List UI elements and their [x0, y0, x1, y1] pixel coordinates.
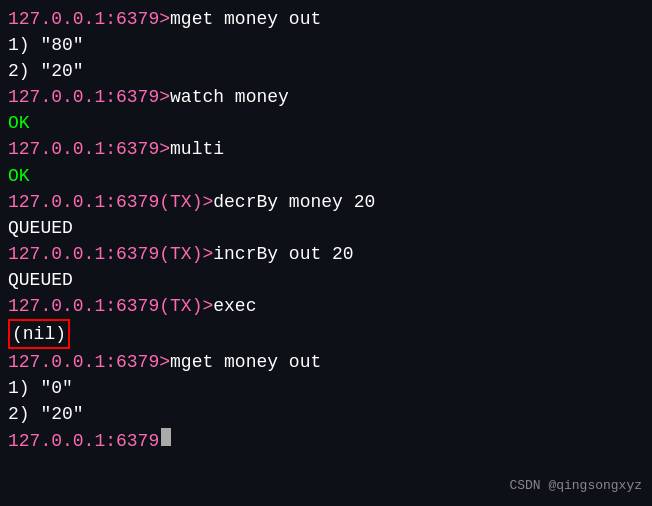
terminal-window: 127.0.0.1:6379> mget money out 1) "80" 2…: [0, 0, 652, 506]
prompt-7: 127.0.0.1:6379>: [8, 349, 170, 375]
prompt-2: 127.0.0.1:6379>: [8, 84, 170, 110]
line-10: 127.0.0.1:6379(TX)> incrBy out 20: [8, 241, 644, 267]
output-4: QUEUED: [8, 267, 73, 293]
prompt-4: 127.0.0.1:6379(TX)>: [8, 189, 213, 215]
output-2: 2) "20": [8, 58, 84, 84]
line-12: 127.0.0.1:6379(TX)> exec: [8, 293, 644, 319]
line-6: 127.0.0.1:6379> multi: [8, 136, 644, 162]
line-11: QUEUED: [8, 267, 644, 293]
ok-2: OK: [8, 163, 30, 189]
command-1: mget money out: [170, 6, 321, 32]
line-5: OK: [8, 110, 644, 136]
line-1: 127.0.0.1:6379> mget money out: [8, 6, 644, 32]
line-8: 127.0.0.1:6379(TX)> decrBy money 20: [8, 189, 644, 215]
command-7: mget money out: [170, 349, 321, 375]
prompt-1: 127.0.0.1:6379>: [8, 6, 170, 32]
command-4: decrBy money 20: [213, 189, 375, 215]
line-15: 1) "0": [8, 375, 644, 401]
output-6: 2) "20": [8, 401, 84, 427]
line-16: 2) "20": [8, 401, 644, 427]
line-4: 127.0.0.1:6379> watch money: [8, 84, 644, 110]
command-6: exec: [213, 293, 256, 319]
line-14: 127.0.0.1:6379> mget money out: [8, 349, 644, 375]
line-13: (nil): [8, 319, 644, 349]
output-1: 1) "80": [8, 32, 84, 58]
prompt-8: 127.0.0.1:6379: [8, 428, 159, 454]
prompt-5: 127.0.0.1:6379(TX)>: [8, 241, 213, 267]
prompt-6: 127.0.0.1:6379(TX)>: [8, 293, 213, 319]
nil-output: (nil): [8, 319, 70, 349]
line-3: 2) "20": [8, 58, 644, 84]
command-3: multi: [170, 136, 224, 162]
line-7: OK: [8, 163, 644, 189]
output-3: QUEUED: [8, 215, 73, 241]
line-2: 1) "80": [8, 32, 644, 58]
prompt-3: 127.0.0.1:6379>: [8, 136, 170, 162]
cursor: [161, 428, 171, 446]
command-2: watch money: [170, 84, 289, 110]
line-17: 127.0.0.1:6379: [8, 428, 644, 454]
command-5: incrBy out 20: [213, 241, 353, 267]
line-9: QUEUED: [8, 215, 644, 241]
ok-1: OK: [8, 110, 30, 136]
watermark: CSDN @qingsongxyz: [509, 477, 642, 496]
output-5: 1) "0": [8, 375, 73, 401]
